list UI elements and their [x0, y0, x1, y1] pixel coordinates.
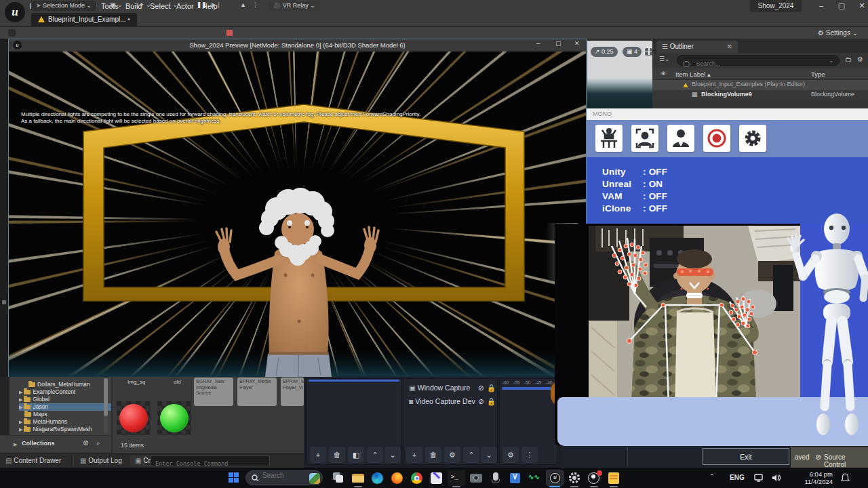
- scene-up-button[interactable]: ⌃: [367, 447, 383, 463]
- tray-chevron-icon[interactable]: ⌃: [709, 473, 715, 480]
- lock-icon-2[interactable]: 🔒: [487, 396, 496, 407]
- collections-bar[interactable]: ▶ Collections ⊕ ⌕: [0, 435, 111, 453]
- stop-icon[interactable]: [226, 30, 233, 36]
- asset-card-bgray-new[interactable]: BGRAY_New ImgMedia Source: [194, 378, 233, 406]
- volume-meter[interactable]: [502, 387, 556, 390]
- add-collection-icon[interactable]: ⊕: [83, 439, 88, 447]
- start-button[interactable]: [229, 472, 239, 483]
- source-down-button[interactable]: ⌄: [481, 447, 497, 463]
- folder-dollars-metahuman[interactable]: Dollars_MetaHuman: [19, 381, 111, 388]
- camera-app-icon[interactable]: [467, 470, 485, 486]
- settings-app-icon[interactable]: [566, 470, 583, 486]
- asset-card-bpray-m[interactable]: BPRAY_M Player_Vi: [281, 378, 304, 406]
- snip-tool-icon[interactable]: [428, 470, 446, 486]
- asset-label-old[interactable]: old: [174, 379, 181, 385]
- source-video-capture[interactable]: ◙ Video Capture Dev 🔒 ⊘: [409, 396, 496, 407]
- asset-label-imgsq[interactable]: Img_sq: [127, 379, 145, 385]
- firefox-icon[interactable]: [389, 470, 406, 486]
- exit-button[interactable]: Exit: [703, 448, 789, 465]
- file-explorer-icon[interactable]: [349, 470, 367, 486]
- vr-relay-button[interactable]: 🎥 VR Relay ⌄: [269, 1, 320, 11]
- taskbar-search[interactable]: [245, 470, 323, 485]
- terminal-icon[interactable]: >_: [448, 470, 465, 486]
- settings-button[interactable]: ⚙ Settings ⌄: [818, 29, 858, 37]
- outliner-settings-icon[interactable]: ⚙: [857, 56, 863, 63]
- source-up-button[interactable]: ⌃: [463, 447, 479, 463]
- console-input[interactable]: [151, 460, 269, 468]
- eject-icon[interactable]: ▲: [240, 1, 246, 8]
- docked-tab-icon[interactable]: [2, 300, 6, 304]
- task-view-icon[interactable]: [330, 470, 347, 486]
- taskbar-search-input[interactable]: [261, 471, 300, 480]
- folder-maps[interactable]: Maps: [19, 411, 111, 418]
- filter-icon[interactable]: ☰⌄: [659, 56, 670, 62]
- chrome-icon[interactable]: [408, 470, 426, 486]
- asset-red-sphere[interactable]: [117, 401, 151, 439]
- preview-titlebar[interactable]: Show_2024 Preview [NetMode: Standalone 0…: [9, 39, 586, 52]
- body-tracking-button[interactable]: [595, 125, 623, 152]
- preview-maximize-icon[interactable]: ▢: [555, 40, 561, 47]
- source-window-capture[interactable]: ▣ Window Capture 🔒 ⊘: [409, 383, 496, 393]
- speed-dropdown-icon[interactable]: ⋰ ⌄: [165, 1, 178, 8]
- notification-bell-icon[interactable]: [841, 473, 850, 483]
- play-options-icon[interactable]: ⋮: [252, 1, 258, 8]
- outliner-close-icon[interactable]: ✕: [727, 41, 732, 53]
- folder-jason-selected[interactable]: ▶Jason: [19, 403, 111, 411]
- scale-badge[interactable]: ↗ 0.25: [591, 47, 618, 57]
- lock-icon[interactable]: 🔒: [487, 383, 496, 393]
- network-icon[interactable]: [754, 474, 764, 482]
- camera-count-badge[interactable]: ▣ 4: [623, 47, 642, 57]
- obs-selected-scene[interactable]: [309, 380, 399, 382]
- column-item-label[interactable]: Item Label ▴: [675, 70, 711, 78]
- add-scene-button[interactable]: +: [310, 447, 326, 463]
- folder-examplecontent[interactable]: ▶ExampleContent: [19, 388, 111, 396]
- wave-app-icon[interactable]: ∿∿: [526, 470, 544, 486]
- folder-global[interactable]: ▶Global: [19, 396, 111, 403]
- selection-mode-button[interactable]: ➤ Selection Mode ⌄: [31, 1, 96, 11]
- folder-metahumans[interactable]: ▶MetaHumans: [19, 418, 111, 426]
- content-drawer-button[interactable]: ▤ Content Drawer: [5, 455, 61, 466]
- search-dropdown-icon[interactable]: ⌄: [829, 58, 833, 64]
- obs-icon[interactable]: [585, 470, 603, 486]
- add-source-button[interactable]: +: [406, 447, 422, 463]
- speaker-icon[interactable]: [772, 474, 781, 482]
- edge-icon[interactable]: [369, 470, 387, 486]
- tab-blueprint[interactable]: Blueprint_Input_Exampl... •: [31, 13, 137, 26]
- face-tracking-button[interactable]: [631, 125, 658, 152]
- clock[interactable]: 6:04 pm 11/4/2024: [788, 470, 833, 485]
- avatar-button[interactable]: [667, 125, 694, 152]
- language-indicator[interactable]: ENG: [730, 474, 745, 481]
- mixer-settings-button[interactable]: ⚙: [502, 447, 519, 463]
- source-properties-button[interactable]: ⚙: [444, 447, 460, 463]
- asset-card-bpray-media[interactable]: BPRAY_Media Player: [237, 378, 277, 406]
- outliner-row-blockingvolume[interactable]: BlockingVolume9: [701, 91, 752, 98]
- preview-viewport[interactable]: Multiple directional lights are competin…: [9, 52, 586, 377]
- eye-slash-icon[interactable]: ⊘: [478, 383, 484, 393]
- menu-actor[interactable]: Actor: [176, 2, 194, 10]
- minimize-button[interactable]: –: [812, 0, 830, 12]
- folder-niagararespawnmesh[interactable]: ▶NiagaraReSpawnMesh: [19, 426, 111, 433]
- preview-minimize-icon[interactable]: –: [536, 39, 540, 47]
- pause-icon[interactable]: ❚❚: [197, 1, 207, 8]
- snap-dropdown-icon[interactable]: ✦ ⌄: [139, 1, 151, 8]
- mixer-more-button[interactable]: ⋮: [521, 447, 538, 463]
- source-control-bar[interactable]: aved ⊘ Source Control: [791, 447, 868, 468]
- maximize-button[interactable]: ▢: [833, 0, 850, 12]
- close-button[interactable]: ✕: [853, 0, 868, 12]
- step-icon[interactable]: ▶❘: [212, 1, 221, 8]
- save-icon[interactable]: [8, 29, 16, 37]
- scene-down-button[interactable]: ⌄: [384, 447, 401, 463]
- transform-dropdown-icon[interactable]: ▣ ⌄: [110, 1, 123, 8]
- notes-app-icon[interactable]: [605, 470, 623, 486]
- column-type[interactable]: Type: [811, 70, 825, 78]
- tree-scrollbar[interactable]: [104, 378, 108, 434]
- outliner-search[interactable]: ◯­‑ ⌄: [677, 55, 840, 66]
- scene-filters-button[interactable]: ◧: [348, 447, 364, 463]
- new-folder-icon[interactable]: 🗀: [845, 56, 852, 63]
- visibility-eye-icon[interactable]: 👁: [660, 70, 667, 77]
- record-button[interactable]: [703, 125, 730, 152]
- mic-device-icon[interactable]: [487, 470, 505, 486]
- eye-slash-icon-2[interactable]: ⊘: [478, 396, 484, 407]
- asset-green-sphere[interactable]: [157, 401, 191, 439]
- mocap-settings-button[interactable]: [739, 125, 766, 152]
